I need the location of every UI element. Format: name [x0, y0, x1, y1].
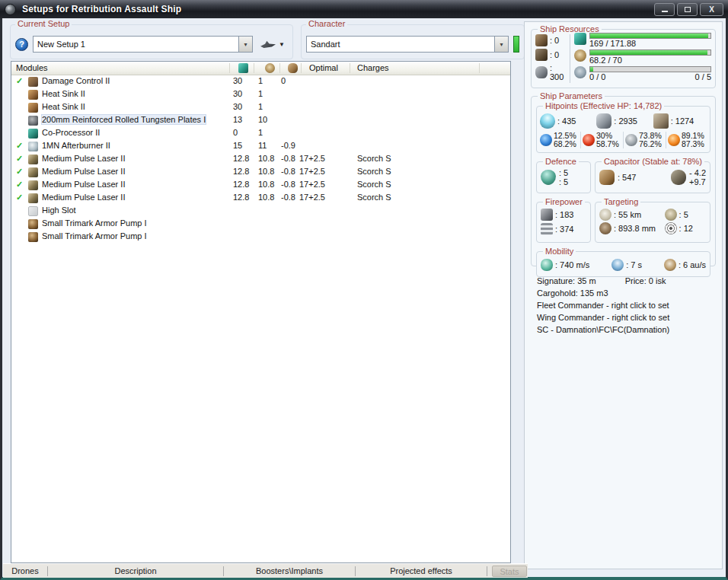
module-row[interactable]: ✓ Medium Pulse Laser II 12.8 10.8 -0.8 1…	[11, 153, 510, 166]
character-combobox-arrow-icon[interactable]: ▾	[494, 37, 508, 52]
module-name: Medium Pulse Laser II	[42, 154, 125, 163]
ship-select-button[interactable]: ▼	[257, 36, 288, 53]
setup-combobox-value: New Setup 1	[34, 40, 238, 49]
shield-hp-value: : 435	[557, 116, 576, 126]
module-optimal: 17+2.5	[299, 167, 325, 176]
active-check-icon: ✓	[16, 193, 23, 202]
module-cap-use: -0.8	[281, 180, 295, 189]
modules-table-header[interactable]: Modules Optimal Charges	[11, 62, 510, 75]
module-row[interactable]: Co-Processor II 0 1	[11, 127, 510, 140]
help-icon[interactable]: ?	[15, 38, 28, 51]
ship-parameters-label: Ship Parameters	[538, 91, 605, 100]
armor-hp-value: : 2935	[614, 116, 637, 126]
shield-hp-icon	[540, 113, 555, 129]
module-charge: Scorch S	[357, 193, 391, 202]
module-icon	[28, 103, 38, 113]
module-row[interactable]: ✓ 1MN Afterburner II 15 11 -0.9	[11, 140, 510, 153]
module-cpu: 30	[233, 102, 242, 111]
module-name: 1MN Afterburner II	[42, 141, 110, 150]
cap-recharge-value: +9.7	[689, 177, 706, 186]
setup-combobox[interactable]: New Setup 1 ▾	[33, 36, 253, 53]
module-icon	[28, 77, 38, 87]
hitpoints-group: Hitpoints (Effective HP: 14,782) : 435 :…	[536, 106, 710, 153]
module-cap-use: -0.8	[281, 193, 295, 202]
module-powergrid: 10.8	[258, 193, 274, 202]
module-row[interactable]: Small Trimark Armor Pump I	[11, 231, 510, 244]
active-check-icon: ✓	[16, 76, 23, 86]
module-row[interactable]: ✓ Medium Pulse Laser II 12.8 10.8 -0.8 1…	[11, 179, 510, 192]
module-cap-use: 0	[281, 76, 286, 85]
character-skill-bar	[513, 36, 519, 53]
module-name: Small Trimark Armor Pump I	[42, 218, 147, 228]
defence-group: Defence : 5 : 5	[536, 161, 591, 193]
module-row[interactable]: Small Trimark Armor Pump I	[11, 218, 510, 231]
close-icon: X	[709, 5, 714, 14]
title-bar[interactable]: Setups for Retribution Assault Ship X	[0, 0, 728, 18]
modules-column-header: Modules	[16, 63, 48, 72]
firepower-group: Firepower : 183 : 374	[536, 202, 591, 243]
modules-table: Modules Optimal Charges ✓ Damage Control…	[11, 61, 511, 563]
targeting-label: Targeting	[602, 197, 640, 206]
maximize-button[interactable]	[677, 3, 698, 16]
app-window: Setups for Retribution Assault Ship X Cu…	[0, 0, 728, 580]
character-combobox[interactable]: Sandart ▾	[306, 36, 509, 53]
em-resist-icon	[540, 134, 552, 146]
minimize-button[interactable]	[654, 3, 675, 16]
sig-resolution-icon	[599, 222, 611, 234]
cap-drain-value: - 4.2	[689, 168, 706, 177]
capacitor-amount-icon	[599, 170, 615, 185]
tab-boosters-implants[interactable]: Boosters\Implants	[224, 566, 355, 575]
fleet-commander-hint[interactable]: Fleet Commander - right click to set	[537, 299, 712, 311]
armor-hp-icon	[596, 113, 611, 129]
defence-shield-icon	[541, 170, 556, 185]
module-name: Medium Pulse Laser II	[42, 193, 125, 202]
price-value: Price: 0 isk	[625, 275, 666, 287]
module-icon	[28, 155, 38, 164]
calibration-value: : 300	[550, 63, 567, 81]
squad-commander-value[interactable]: SC - Damnation\FC\FC(Damnation)	[537, 323, 712, 336]
active-check-icon: ✓	[16, 167, 23, 177]
mobility-group: Mobility : 740 m/s : 7 s : 6 au/s	[536, 251, 710, 277]
powergrid-bar	[589, 49, 711, 56]
dps-value: : 183	[555, 210, 573, 219]
capacitor-column-icon	[288, 63, 298, 73]
module-charge: Scorch S	[357, 180, 391, 189]
module-icon	[28, 180, 38, 190]
ship-icon	[260, 40, 276, 49]
max-targets-icon	[665, 209, 677, 221]
module-optimal: 17+2.5	[299, 193, 325, 202]
module-row[interactable]: ✓ Medium Pulse Laser II 12.8 10.8 -0.8 1…	[11, 166, 510, 179]
character-group: Character Sandart ▾	[301, 24, 525, 59]
module-row[interactable]: Heat Sink II 30 1	[11, 88, 510, 101]
firepower-label: Firepower	[543, 197, 585, 206]
tab-projected-effects[interactable]: Projected effects	[356, 566, 487, 575]
targeting-range-icon	[599, 209, 611, 221]
module-powergrid: 10	[258, 115, 267, 124]
bottom-tab-strip: Drones Description Boosters\Implants Pro…	[3, 563, 528, 578]
module-row[interactable]: Heat Sink II 30 1	[11, 101, 510, 114]
powergrid-column-icon	[265, 63, 275, 73]
module-powergrid: 10.8	[258, 167, 274, 176]
setup-combobox-arrow-icon[interactable]: ▾	[238, 37, 252, 52]
tab-description[interactable]: Description	[48, 566, 223, 575]
current-setup-label: Current Setup	[15, 19, 72, 28]
module-cpu: 0	[233, 128, 238, 137]
module-icon	[28, 142, 38, 151]
wing-commander-hint[interactable]: Wing Commander - right click to set	[537, 311, 712, 323]
module-charge: Scorch S	[357, 167, 391, 176]
kinetic-resist-icon	[625, 134, 637, 146]
close-button[interactable]: X	[700, 3, 723, 16]
module-row[interactable]: 200mm Reinforced Rolled Tungsten Plates …	[11, 114, 510, 127]
module-name: Heat Sink II	[42, 102, 85, 111]
module-row[interactable]: ✓ Damage Control II 30 1 0	[11, 75, 510, 88]
sig-resolution-value: : 893.8 mm	[614, 224, 656, 233]
module-row[interactable]: ✓ Medium Pulse Laser II 12.8 10.8 -0.8 1…	[11, 192, 510, 205]
cap-recharge-icon	[671, 170, 686, 185]
tab-drones[interactable]: Drones	[3, 566, 47, 575]
active-check-icon: ✓	[16, 154, 23, 164]
module-name: Damage Control II	[42, 76, 110, 85]
module-powergrid: 1	[258, 102, 263, 111]
drone-slots-value: 0 / 5	[695, 72, 711, 81]
launcher-hardpoints-icon	[535, 49, 548, 61]
module-row[interactable]: High Slot	[11, 205, 510, 218]
